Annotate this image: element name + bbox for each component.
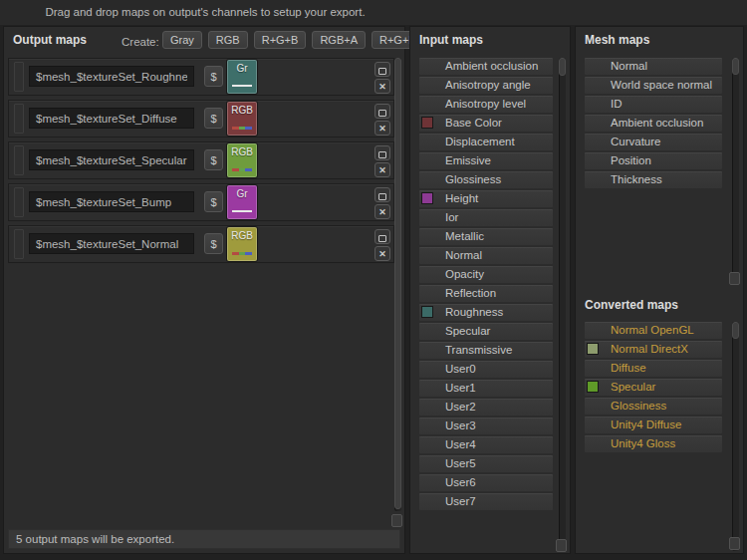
map-color-swatch [421,192,433,204]
input-map-item[interactable]: User4 [419,436,553,453]
channel-swatch[interactable]: Gr [227,185,257,219]
output-scrollbar-track[interactable] [394,58,401,511]
pattern-dollar-button[interactable]: $ [204,66,223,87]
channel-swatch[interactable]: RGB [227,143,257,177]
filename-pattern-input[interactable] [29,66,194,87]
create-button[interactable]: RGB [208,31,248,49]
converted-scrollbar-corner[interactable] [729,537,740,550]
input-map-item[interactable]: User2 [419,399,553,416]
channel-settings-button[interactable] [374,145,390,160]
input-map-item[interactable]: Transmissive [419,342,553,359]
remove-channel-button[interactable]: ✕ [374,79,390,94]
mesh-map-item[interactable]: Position [585,152,722,169]
filename-pattern-input[interactable] [29,191,194,212]
output-map-row[interactable]: $ RGB ✕ [8,141,394,179]
drag-grip[interactable] [14,62,24,92]
remove-channel-button[interactable]: ✕ [374,162,390,177]
input-map-item[interactable]: User3 [419,418,553,434]
input-map-item[interactable]: User5 [419,455,553,472]
input-map-item[interactable]: User1 [419,380,553,397]
close-icon: ✕ [378,207,386,217]
input-map-item[interactable]: Base Color [419,115,553,132]
input-map-item[interactable]: Specular [419,323,553,340]
converted-map-item[interactable]: Unity4 Diffuse [585,417,722,433]
filename-pattern-input[interactable] [29,149,194,170]
channel-swatch[interactable]: RGB [227,227,257,261]
mesh-map-item[interactable]: Normal [585,58,722,75]
remove-channel-button[interactable]: ✕ [374,204,390,219]
input-map-item[interactable]: Normal [419,247,553,264]
drag-grip[interactable] [14,187,24,217]
mesh-scrollbar-corner[interactable] [729,272,740,285]
input-map-item[interactable]: Metallic [419,228,553,245]
filename-pattern-input[interactable] [29,108,194,129]
input-map-item[interactable]: Displacement [419,134,553,150]
converted-scrollbar-thumb[interactable] [732,322,739,339]
mesh-scrollbar-track[interactable] [732,58,739,285]
drag-grip[interactable] [14,104,24,134]
input-maps-list: Ambient occlusion Anisotropy angle Aniso… [419,58,553,512]
converted-map-item[interactable]: Unity4 Gloss [585,435,722,452]
create-button[interactable]: R+G+B [254,31,307,49]
create-label: Create: [122,36,159,48]
pattern-dollar-button[interactable]: $ [204,149,223,170]
mesh-map-item[interactable]: Ambient occlusion [585,115,722,132]
mesh-scrollbar-thumb[interactable] [732,58,739,75]
pattern-dollar-button[interactable]: $ [204,108,223,129]
drag-grip[interactable] [14,145,24,175]
input-map-item[interactable]: Emissive [419,152,553,169]
channel-settings-button[interactable] [374,62,390,77]
input-map-item[interactable]: Height [419,190,553,207]
input-map-item[interactable]: Reflection [419,285,553,302]
mesh-map-item[interactable]: ID [585,96,722,113]
square-icon [378,68,386,75]
square-icon [378,151,386,158]
output-scrollbar-thumb[interactable] [394,58,401,509]
output-scrollbar-corner[interactable] [391,514,402,527]
input-map-item[interactable]: User0 [419,361,553,378]
output-map-row[interactable]: $ RGB ✕ [8,100,394,138]
remove-channel-button[interactable]: ✕ [374,121,390,136]
input-map-item[interactable]: Opacity [419,266,553,283]
create-button[interactable]: Gray [162,31,202,49]
pattern-dollar-button[interactable]: $ [204,191,223,212]
input-map-item[interactable]: Glossiness [419,171,553,188]
input-map-item[interactable]: Ior [419,209,553,226]
input-map-item[interactable]: Ambient occlusion [419,58,553,75]
filename-pattern-input[interactable] [29,233,194,254]
channel-swatch[interactable]: RGB [227,102,257,136]
input-map-item[interactable]: Anisotropy angle [419,77,553,94]
converted-map-item[interactable]: Specular [585,379,722,396]
map-label: User0 [419,361,553,378]
input-scrollbar-thumb[interactable] [559,58,566,76]
output-map-row[interactable]: $ Gr ✕ [8,58,394,96]
map-label: Roughness [419,304,553,321]
output-map-row[interactable]: $ Gr ✕ [8,183,394,221]
converted-map-item[interactable]: Diffuse [585,360,722,377]
channel-settings-button[interactable] [374,187,390,202]
converted-map-item[interactable]: Normal OpenGL [585,322,722,339]
input-map-item[interactable]: Roughness [419,304,553,321]
input-scrollbar-track[interactable] [559,58,566,550]
map-label: User1 [419,380,553,397]
converted-map-item[interactable]: Glossiness [585,398,722,415]
channel-settings-button[interactable] [374,229,390,244]
output-map-row[interactable]: $ RGB ✕ [8,225,394,263]
map-label: Base Color [419,115,553,132]
mesh-map-item[interactable]: Curvature [585,134,722,150]
mesh-map-item[interactable]: Thickness [585,171,722,188]
drag-grip[interactable] [14,229,24,259]
converted-scrollbar-track[interactable] [732,322,739,551]
input-map-item[interactable]: User7 [419,493,553,510]
input-map-item[interactable]: User6 [419,474,553,491]
channel-swatch[interactable]: Gr [227,60,257,94]
input-map-item[interactable]: Anisotropy level [419,96,553,113]
input-scrollbar-corner[interactable] [556,539,567,552]
map-label: Unity4 Diffuse [585,417,722,433]
pattern-dollar-button[interactable]: $ [204,233,223,254]
converted-map-item[interactable]: Normal DirectX [585,341,722,358]
create-button[interactable]: RGB+A [312,31,366,49]
mesh-map-item[interactable]: World space normal [585,77,722,94]
remove-channel-button[interactable]: ✕ [374,246,390,261]
channel-settings-button[interactable] [374,104,390,119]
